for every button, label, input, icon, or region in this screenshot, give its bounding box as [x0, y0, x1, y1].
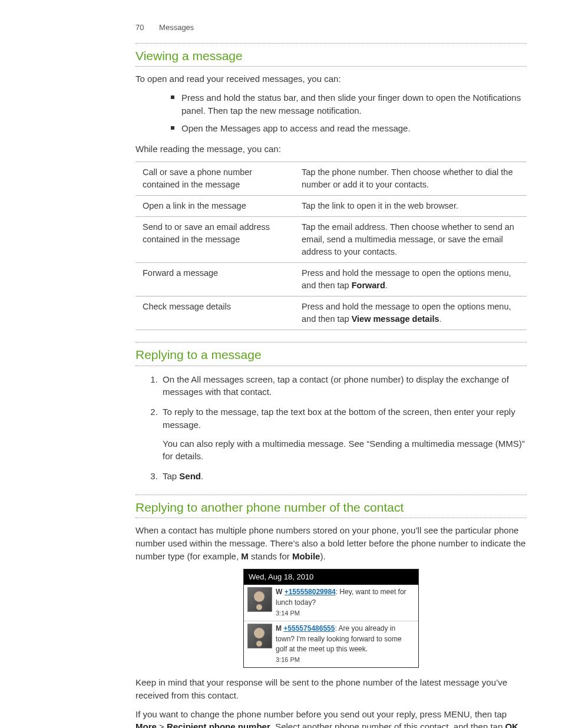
- page-number: 70: [135, 23, 144, 32]
- intro-paragraph: When a contact has multiple phone number…: [135, 524, 527, 562]
- message-body: M +555575486555: Are you already in town…: [276, 624, 415, 665]
- para-text: . Select another phone number of this co…: [270, 722, 505, 728]
- para-bold: Mobile: [292, 551, 320, 561]
- message-row: W +155558029984: Hey, want to meet for l…: [244, 585, 418, 621]
- table-row: Call or save a phone number contained in…: [135, 162, 527, 196]
- table-row: Send to or save an email address contain…: [135, 217, 527, 263]
- para-text: If you want to change the phone number b…: [135, 709, 507, 719]
- bullet-list: Press and hold the status bar, and then …: [135, 91, 527, 134]
- para-text: >: [157, 722, 167, 728]
- step-text: To reply to the message, tap the text bo…: [163, 407, 515, 430]
- avatar: [247, 587, 272, 612]
- number-type-prefix: M: [276, 624, 282, 633]
- para-text: .: [518, 722, 521, 728]
- section-heading-reply-other: Replying to another phone number of the …: [135, 499, 527, 516]
- para-text: ).: [320, 551, 325, 561]
- para-text: When a contact has multiple phone number…: [135, 525, 525, 561]
- bullet-text: Press and hold the status bar, and then …: [181, 93, 521, 116]
- table-cell-left: Call or save a phone number contained in…: [135, 162, 296, 196]
- table-cell-left: Check message details: [135, 297, 296, 330]
- table-cell-right: Tap the link to open it in the web brows…: [296, 196, 527, 217]
- bullet-item: Press and hold the status bar, and then …: [171, 91, 527, 117]
- step-note: You can also reply with a multimedia mes…: [163, 437, 527, 463]
- divider: [135, 66, 527, 67]
- message-body: W +155558029984: Hey, want to meet for l…: [276, 587, 415, 618]
- table-cell-left: Forward a message: [135, 263, 296, 297]
- intro-text: To open and read your received messages,…: [135, 73, 527, 85]
- actions-table: Call or save a phone number contained in…: [135, 162, 527, 330]
- cell-text: .: [385, 281, 388, 290]
- number-type-prefix: W: [276, 588, 282, 596]
- step-item: On the All messages screen, tap a contac…: [160, 373, 527, 399]
- bullet-text: Open the Messages app to access and read…: [181, 123, 411, 133]
- phone-number-link[interactable]: +155558029984: [285, 588, 336, 596]
- step-item: Tap Send.: [160, 470, 527, 483]
- table-row: Check message details Press and hold the…: [135, 297, 527, 330]
- message-time: 3:16 PM: [276, 655, 415, 665]
- para-bold: Recipient phone number: [167, 722, 270, 728]
- section-heading-viewing: Viewing a message: [135, 47, 527, 65]
- para-bold: M: [241, 551, 249, 561]
- paragraph: Keep in mind that your response will be …: [135, 676, 527, 702]
- table-cell-right: Tap the email address. Then choose wheth…: [296, 217, 527, 263]
- phone-number-link[interactable]: +555575486555: [283, 624, 335, 633]
- page-content: Viewing a message To open and read your …: [135, 43, 527, 728]
- message-row: M +555575486555: Are you already in town…: [244, 621, 418, 667]
- para-text: stands for: [249, 551, 292, 561]
- cell-bold: Forward: [352, 281, 385, 290]
- cell-bold: View message details: [352, 314, 439, 324]
- steps-list: On the All messages screen, tap a contac…: [135, 373, 527, 483]
- table-cell-right: Press and hold the message to open the o…: [296, 263, 527, 297]
- header-section: Messages: [159, 23, 194, 32]
- step-bold: Send: [179, 471, 201, 481]
- table-cell-right: Press and hold the message to open the o…: [296, 297, 527, 330]
- step-text: Tap: [163, 471, 179, 481]
- step-text: On the All messages screen, tap a contac…: [163, 374, 509, 397]
- divider: [135, 365, 527, 366]
- document-page: 70 Messages Viewing a message To open an…: [0, 0, 562, 728]
- section-heading-replying: Replying to a message: [135, 346, 527, 364]
- cell-text: .: [439, 314, 442, 324]
- table-row: Forward a message Press and hold the mes…: [135, 263, 527, 297]
- step-text: .: [201, 471, 203, 481]
- para-bold: OK: [505, 722, 518, 728]
- avatar: [247, 624, 272, 648]
- para-bold: More: [135, 722, 157, 728]
- table-cell-left: Open a link in the message: [135, 196, 296, 217]
- step-item: To reply to the message, tap the text bo…: [160, 406, 527, 463]
- bullet-item: Open the Messages app to access and read…: [171, 122, 527, 135]
- table-row: Open a link in the message Tap the link …: [135, 196, 527, 217]
- page-header: 70 Messages: [135, 22, 527, 34]
- divider: [135, 342, 527, 342]
- phone-date: Wed, Aug 18, 2010: [244, 569, 418, 585]
- divider: [135, 43, 527, 44]
- divider: [135, 518, 527, 518]
- table-cell-left: Send to or save an email address contain…: [135, 217, 296, 263]
- table-cell-right: Tap the phone number. Then choose whethe…: [296, 162, 527, 196]
- message-time: 3:14 PM: [276, 609, 415, 618]
- cell-text: Press and hold the message to open the o…: [302, 268, 511, 290]
- phone-screenshot: Wed, Aug 18, 2010 W +155558029984: Hey, …: [243, 569, 419, 668]
- paragraph: If you want to change the phone number b…: [135, 708, 527, 728]
- while-reading-text: While reading the message, you can:: [135, 143, 527, 156]
- divider: [135, 495, 527, 495]
